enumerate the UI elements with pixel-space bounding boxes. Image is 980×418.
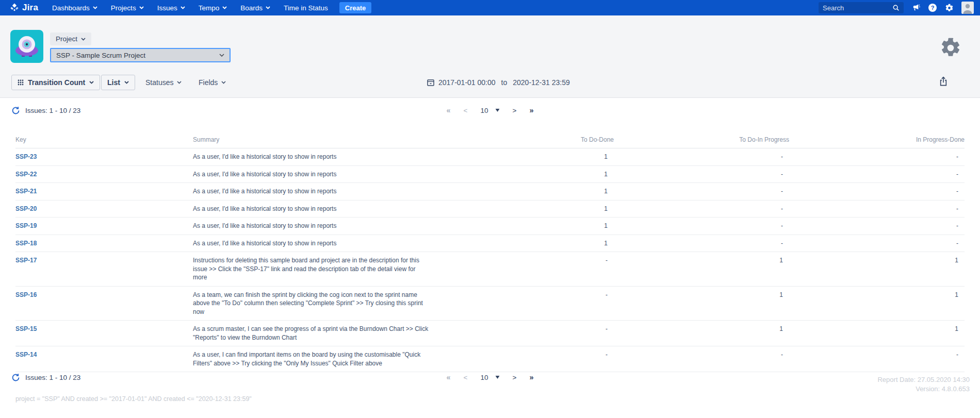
- col-header-summary: Summary: [193, 133, 440, 148]
- page-size-caret-icon: [496, 376, 500, 379]
- issue-key-link[interactable]: SSP-18: [15, 240, 37, 247]
- refresh-icon[interactable]: [11, 373, 20, 382]
- metric-dropdown-button[interactable]: Transition Count: [11, 75, 100, 90]
- todo-done-value: -: [606, 291, 608, 298]
- first-page-button[interactable]: «: [447, 106, 451, 114]
- page-size-dropdown[interactable]: 10: [480, 107, 499, 114]
- issue-key-link[interactable]: SSP-22: [15, 171, 37, 178]
- inprogress-done-value: 1: [955, 325, 958, 332]
- issue-summary: As a user, I'd like a historical story t…: [193, 205, 431, 213]
- inprogress-done-value: -: [956, 240, 958, 247]
- prev-page-button[interactable]: <: [464, 374, 468, 381]
- last-page-button[interactable]: »: [529, 373, 533, 381]
- inprogress-done-value: 1: [955, 257, 958, 264]
- project-select[interactable]: SSP - Sample Scrum Project: [50, 48, 231, 62]
- next-page-button[interactable]: >: [513, 374, 517, 381]
- todo-done-value: -: [606, 351, 608, 358]
- scope-dropdown[interactable]: Project: [50, 32, 91, 45]
- fields-dropdown[interactable]: Fields: [199, 75, 226, 90]
- issue-summary: As a user, I'd like a historical story t…: [193, 222, 431, 230]
- table-row: SSP-15 As a scrum master, I can see the …: [15, 321, 965, 346]
- nav-issues[interactable]: Issues: [151, 0, 192, 15]
- report-header-section: Project SSP - Sample Scrum Project Trans…: [0, 15, 980, 98]
- jira-logo[interactable]: Jira: [6, 3, 45, 13]
- svg-text:?: ?: [931, 5, 935, 11]
- col-header-inprogress-done: In Progress-Done: [789, 133, 965, 148]
- project-avatar[interactable]: [10, 30, 43, 63]
- create-button[interactable]: Create: [339, 2, 371, 13]
- issue-summary: As a user, I'd like a historical story t…: [193, 187, 431, 196]
- results-bar-bottom: Issues: 1 - 10 / 23: [11, 373, 80, 382]
- issue-summary: As a user, I'd like a historical story t…: [193, 153, 431, 161]
- chevron-down-icon: [89, 81, 94, 84]
- todo-inprogress-value: 1: [779, 325, 783, 332]
- next-page-button[interactable]: >: [513, 107, 517, 114]
- issue-key-link[interactable]: SSP-15: [15, 325, 37, 332]
- nav-tempo[interactable]: Tempo: [192, 0, 234, 15]
- nav-time-in-status[interactable]: Time in Status: [277, 0, 335, 15]
- view-dropdown-button[interactable]: List: [101, 75, 135, 90]
- issue-key-link[interactable]: SSP-14: [15, 351, 37, 358]
- table-header-row: Key Summary To Do-Done To Do-In Progress…: [15, 133, 965, 148]
- todo-done-value: 1: [604, 153, 608, 160]
- search-input[interactable]: [823, 4, 885, 12]
- report-date: Report Date: 27.05.2020 14:30: [877, 375, 970, 384]
- inprogress-done-value: -: [956, 205, 958, 212]
- page-size-dropdown[interactable]: 10: [480, 374, 499, 381]
- todo-inprogress-value: -: [781, 188, 783, 195]
- settings-icon[interactable]: [945, 4, 954, 12]
- todo-inprogress-value: -: [781, 205, 783, 212]
- user-avatar[interactable]: [961, 2, 974, 14]
- inprogress-done-value: 1: [955, 291, 958, 298]
- search-box: [819, 2, 904, 13]
- issue-key-link[interactable]: SSP-17: [15, 257, 37, 264]
- issue-key-link[interactable]: SSP-20: [15, 205, 37, 212]
- col-header-todo-done: To Do-Done: [440, 133, 614, 148]
- table-row: SSP-18 As a user, I'd like a historical …: [15, 235, 965, 252]
- issue-summary: As a user, I'd like a historical story t…: [193, 239, 431, 248]
- jql-query-text: project = "SSP" AND created >= "2017-01-…: [15, 395, 252, 403]
- issue-key-link[interactable]: SSP-16: [15, 291, 37, 298]
- nav-boards[interactable]: Boards: [234, 0, 277, 15]
- table-row: SSP-22 As a user, I'd like a historical …: [15, 165, 965, 183]
- issue-key-link[interactable]: SSP-19: [15, 222, 37, 229]
- nav-dashboards[interactable]: Dashboards: [45, 0, 104, 15]
- first-page-button[interactable]: «: [447, 373, 451, 381]
- pagination-top: « < 10 > »: [447, 106, 534, 114]
- last-page-button[interactable]: »: [529, 106, 533, 114]
- table-row: SSP-17 Instructions for deleting this sa…: [15, 252, 965, 287]
- chevron-down-icon: [266, 6, 270, 9]
- chevron-down-icon: [222, 6, 227, 9]
- todo-done-value: 1: [604, 205, 608, 212]
- refresh-icon[interactable]: [11, 106, 20, 115]
- top-navbar: Jira Dashboards Projects Issues Tempo Bo…: [0, 0, 980, 15]
- todo-inprogress-value: -: [781, 153, 783, 160]
- report-settings-gear-icon[interactable]: [940, 37, 961, 59]
- todo-done-value: 1: [604, 171, 608, 178]
- issue-key-link[interactable]: SSP-23: [15, 153, 37, 160]
- issue-summary: As a user, I'd like a historical story t…: [193, 170, 431, 179]
- chevron-down-icon: [181, 6, 185, 9]
- help-icon[interactable]: ?: [928, 3, 937, 12]
- chevron-down-icon: [81, 38, 86, 41]
- table-row: SSP-19 As a user, I'd like a historical …: [15, 218, 965, 235]
- todo-inprogress-value: -: [781, 171, 783, 178]
- table-row: SSP-16 As a team, we can finish the spri…: [15, 286, 965, 321]
- chevron-down-icon: [177, 81, 182, 84]
- issue-summary: As a scrum master, I can see the progres…: [193, 325, 431, 342]
- calendar-icon: [427, 78, 435, 87]
- announcements-icon[interactable]: [911, 4, 920, 12]
- statuses-dropdown[interactable]: Statuses: [145, 75, 182, 90]
- date-range-picker[interactable]: 2017-01-01 00:00 to 2020-12-31 23:59: [427, 75, 570, 90]
- chevron-down-icon: [93, 6, 97, 9]
- export-icon[interactable]: [939, 76, 948, 87]
- todo-done-value: 1: [604, 240, 608, 247]
- col-header-todo-inprogress: To Do-In Progress: [614, 133, 789, 148]
- issues-table-body: SSP-23 As a user, I'd like a historical …: [15, 148, 965, 372]
- nav-projects[interactable]: Projects: [104, 0, 151, 15]
- prev-page-button[interactable]: <: [464, 107, 468, 114]
- issue-key-link[interactable]: SSP-21: [15, 188, 37, 195]
- report-main: Issues: 1 - 10 / 23 « < 10 > » Key Summa…: [0, 98, 980, 417]
- todo-inprogress-value: -: [781, 240, 783, 247]
- todo-done-value: -: [606, 325, 608, 332]
